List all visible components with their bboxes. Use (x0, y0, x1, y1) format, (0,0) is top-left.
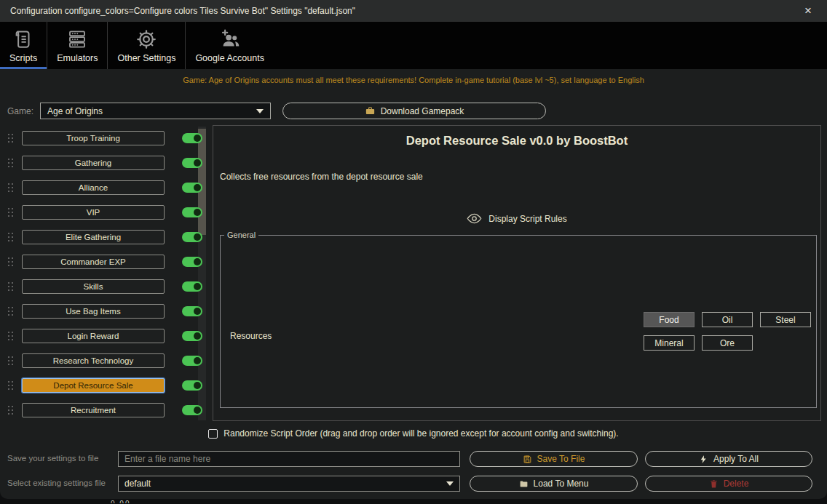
script-row-skills: Skills (0, 279, 213, 295)
file-name-input[interactable] (118, 451, 460, 467)
toggle-gathering[interactable] (182, 158, 202, 168)
tab-label: Scripts (9, 53, 37, 63)
randomize-checkbox[interactable] (208, 429, 218, 439)
game-select-value: Age of Origins (47, 106, 103, 116)
folder-icon (519, 479, 529, 489)
eye-icon (467, 211, 482, 226)
display-script-rules-button[interactable]: Display Script Rules (213, 211, 820, 226)
script-button-gathering[interactable]: Gathering (22, 156, 165, 170)
script-row-troop-training: Troop Training (0, 131, 213, 147)
resource-button-food[interactable]: Food (644, 312, 695, 327)
toggle-use-bag-items[interactable] (182, 306, 202, 316)
save-settings-label: Save your settings to file (7, 454, 98, 463)
display-script-rules-label: Display Script Rules (488, 214, 566, 224)
drag-handle-icon[interactable] (8, 257, 14, 267)
apply-to-all-button[interactable]: Apply To All (645, 451, 812, 467)
game-label: Game: (7, 106, 33, 116)
drag-handle-icon[interactable] (8, 183, 14, 193)
script-button-use-bag-items[interactable]: Use Bag Items (22, 304, 165, 319)
scroll-icon (12, 28, 34, 50)
randomize-label: Randomize Script Order (drag and drop or… (223, 428, 618, 439)
delete-button[interactable]: Delete (645, 476, 812, 492)
script-button-troop-training[interactable]: Troop Training (22, 131, 165, 145)
tab-emulators[interactable]: Emulators (47, 22, 107, 69)
toggle-skills[interactable] (182, 281, 202, 292)
people-add-icon (219, 28, 241, 50)
toggle-elite-gathering[interactable] (182, 232, 202, 242)
resource-button-oil[interactable]: Oil (702, 312, 753, 327)
gear-icon (135, 28, 157, 50)
apply-to-all-label: Apply To All (713, 454, 759, 464)
tab-other-settings[interactable]: Other Settings (107, 22, 185, 69)
settings-file-select[interactable]: default (118, 476, 460, 492)
script-row-alliance: Alliance (0, 180, 213, 196)
load-to-menu-button[interactable]: Load To Menu (470, 476, 638, 492)
script-button-skills[interactable]: Skills (22, 279, 165, 294)
script-button-login-reward[interactable]: Login Reward (22, 329, 165, 343)
save-to-file-label: Save To File (537, 454, 585, 464)
resource-button-steel[interactable]: Steel (760, 312, 811, 327)
script-row-elite-gathering: Elite Gathering (0, 230, 213, 246)
save-to-file-button[interactable]: Save To File (470, 451, 638, 467)
script-button-commander-exp[interactable]: Commander EXP (22, 255, 165, 269)
script-description: Collects free resources from the depot r… (220, 172, 423, 182)
drag-handle-icon[interactable] (8, 134, 14, 143)
drag-handle-icon[interactable] (8, 381, 14, 391)
script-row-commander-exp: Commander EXP (0, 255, 213, 271)
download-gamepack-button[interactable]: Download Gamepack (282, 103, 546, 119)
toggle-alliance[interactable] (182, 183, 202, 193)
script-row-gathering: Gathering (0, 156, 213, 172)
settings-file-value: default (124, 479, 151, 489)
toggle-vip[interactable] (182, 207, 202, 217)
tab-label: Google Accounts (195, 53, 264, 63)
load-to-menu-label: Load To Menu (534, 479, 589, 489)
chevron-down-icon (446, 481, 454, 486)
script-button-recruitment[interactable]: Recruitment (22, 403, 165, 417)
game-select[interactable]: Age of Origins (40, 103, 271, 119)
toggle-research-technology[interactable] (182, 356, 202, 366)
script-button-elite-gathering[interactable]: Elite Gathering (22, 230, 165, 244)
lightning-icon (699, 455, 708, 464)
drag-handle-icon[interactable] (8, 356, 14, 366)
script-button-alliance[interactable]: Alliance (22, 180, 165, 195)
script-row-recruitment: Recruitment (0, 403, 213, 419)
close-icon[interactable]: × (798, 2, 818, 20)
script-button-depot-resource-sale[interactable]: Depot Resource Sale (22, 378, 165, 393)
script-button-research-technology[interactable]: Research Technology (22, 353, 165, 368)
drag-handle-icon[interactable] (8, 332, 14, 341)
servers-icon (66, 28, 88, 50)
general-group-label: General (224, 231, 258, 239)
toggle-depot-resource-sale[interactable] (182, 380, 202, 391)
drag-handle-icon[interactable] (8, 208, 14, 217)
trash-icon (709, 479, 719, 489)
drag-handle-icon[interactable] (8, 406, 14, 415)
tab-scripts[interactable]: Scripts (0, 22, 47, 69)
resource-button-ore[interactable]: Ore (702, 335, 753, 351)
tab-google-accounts[interactable]: Google Accounts (185, 22, 274, 69)
tab-label: Other Settings (117, 53, 175, 63)
delete-label: Delete (724, 479, 749, 489)
toggle-troop-training[interactable] (182, 133, 202, 143)
tab-bar: ScriptsEmulatorsOther SettingsGoogle Acc… (0, 22, 827, 69)
scripts-sidebar: Troop TrainingGatheringAllianceVIPElite … (0, 125, 213, 422)
clipped-text: 0.00 (111, 500, 130, 503)
drag-handle-icon[interactable] (8, 159, 14, 168)
drag-handle-icon[interactable] (8, 282, 14, 292)
script-row-vip: VIP (0, 205, 213, 221)
drag-handle-icon[interactable] (8, 307, 14, 316)
script-row-use-bag-items: Use Bag Items (0, 304, 213, 320)
briefcase-icon (365, 105, 376, 116)
script-row-depot-resource-sale: Depot Resource Sale (0, 378, 213, 394)
chevron-down-icon (256, 109, 264, 113)
floppy-icon (523, 455, 532, 464)
select-settings-label: Select existing settings file (7, 479, 106, 487)
script-title: Depot Resource Sale v0.0 by BoostBot (213, 134, 820, 148)
toggle-recruitment[interactable] (182, 405, 202, 415)
script-button-vip[interactable]: VIP (22, 205, 165, 220)
general-group: General Resources FoodOilSteelMineralOre (220, 231, 817, 408)
title-bar: Configuration configure_colors=Configure… (0, 0, 827, 22)
resource-button-mineral[interactable]: Mineral (644, 335, 695, 351)
toggle-login-reward[interactable] (182, 331, 202, 341)
toggle-commander-exp[interactable] (182, 257, 202, 267)
drag-handle-icon[interactable] (8, 233, 14, 242)
